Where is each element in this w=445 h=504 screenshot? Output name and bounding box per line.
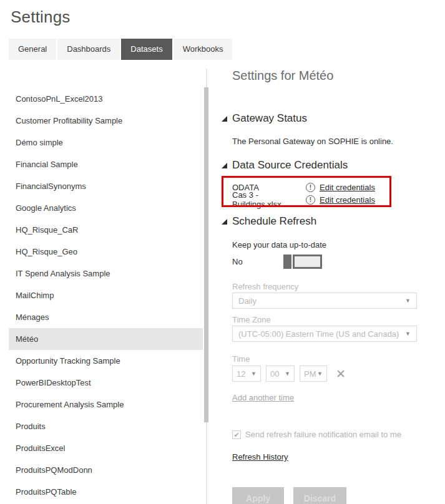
section-schedule-refresh[interactable]: Schedule Refresh (222, 215, 445, 228)
time-zone-dropdown[interactable]: (UTC-05:00) Eastern Time (US and Canada)… (232, 326, 417, 342)
warning-icon: ! (306, 195, 315, 205)
chevron-down-icon: ▼ (317, 371, 323, 377)
notify-checkbox[interactable]: ✔ (232, 430, 241, 439)
hour-dropdown[interactable]: 12 ▼ (232, 366, 261, 382)
dataset-item[interactable]: ProduitsExcel (9, 437, 203, 459)
dataset-item[interactable]: ProduitsPQModDonn (9, 459, 203, 481)
dataset-item[interactable]: MailChimp (9, 284, 203, 306)
refresh-frequency-label: Refresh frequency (232, 282, 445, 291)
collapse-triangle-icon (222, 116, 227, 122)
chevron-down-icon: ▼ (405, 331, 411, 337)
section-data-source-credentials[interactable]: Data Source Credentials (222, 159, 445, 172)
time-label: Time (232, 354, 445, 364)
settings-detail-panel: Settings for Météo Gateway Status The Pe… (220, 60, 445, 504)
dataset-item[interactable]: Produits (9, 415, 203, 437)
edit-credentials-link[interactable]: Edit credentials (320, 195, 375, 205)
tab-workbooks[interactable]: Workbooks (174, 39, 233, 60)
button-row: Apply Discard (232, 487, 445, 504)
edit-credentials-link[interactable]: Edit credentials (320, 183, 375, 192)
tab-general[interactable]: General (9, 39, 56, 60)
refresh-frequency-dropdown[interactable]: Daily ▼ (232, 293, 417, 309)
meridiem-dropdown[interactable]: PM ▼ (300, 366, 327, 382)
keep-data-toggle-row: No (232, 254, 445, 269)
credential-row: Cas 3 - Buildings.xlsx ! Edit credential… (232, 193, 419, 206)
meridiem-value: PM (304, 369, 316, 379)
dataset-item[interactable]: HQ_Risque_Geo (9, 241, 203, 263)
dataset-item[interactable]: Opportunity Tracking Sample (9, 350, 203, 372)
chevron-down-icon: ▼ (251, 371, 257, 377)
dataset-list: ContosoPnL_Excel2013 Customer Profitabil… (9, 88, 203, 503)
dataset-item[interactable]: PowerBIDesktopTest (9, 372, 203, 394)
time-zone-value: (UTC-05:00) Eastern Time (US and Canada) (238, 329, 399, 339)
discard-button[interactable]: Discard (293, 487, 346, 504)
page-title: Settings (11, 7, 71, 27)
add-another-time-link[interactable]: Add another time (232, 393, 294, 402)
section-gateway-status[interactable]: Gateway Status (222, 112, 445, 125)
time-zone-label: Time Zone (232, 315, 445, 324)
hour-value: 12 (237, 369, 245, 379)
chevron-down-icon: ▼ (405, 298, 411, 304)
panel-title: Settings for Météo (232, 69, 445, 83)
keep-data-up-to-date-label: Keep your data up-to-date (232, 240, 445, 250)
dataset-item[interactable]: Procurement Analysis Sample (9, 394, 203, 415)
keep-data-toggle[interactable] (283, 254, 322, 269)
notify-label: Send refresh failure notification email … (245, 430, 401, 439)
warning-icon: ! (306, 183, 315, 192)
minute-value: 00 (270, 369, 279, 379)
dataset-item[interactable]: ProduitsPQTable (9, 481, 203, 503)
scrollbar-thumb[interactable] (204, 87, 208, 422)
credentials-rows: ODATA ! Edit credentials Cas 3 - Buildin… (232, 181, 419, 206)
dataset-item[interactable]: FinancialSynonyms (9, 175, 203, 197)
tab-datasets[interactable]: Datasets (121, 39, 172, 60)
dataset-item[interactable]: Financial Sample (9, 153, 203, 175)
section-header-label: Schedule Refresh (232, 215, 316, 228)
tab-dashboards[interactable]: Dashboards (57, 39, 120, 60)
dataset-item[interactable]: Customer Profitability Sample (9, 110, 203, 132)
apply-button[interactable]: Apply (232, 487, 284, 504)
toggle-track (293, 254, 322, 269)
datasource-name: Cas 3 - Buildings.xlsx (232, 190, 306, 209)
refresh-history-link[interactable]: Refresh History (232, 452, 288, 462)
section-header-label: Data Source Credentials (232, 159, 348, 172)
notify-row: ✔ Send refresh failure notification emai… (232, 430, 445, 439)
section-header-label: Gateway Status (232, 112, 307, 125)
tab-bar: General Dashboards Datasets Workbooks (9, 39, 233, 60)
dataset-item[interactable]: Ménages (9, 306, 203, 328)
toggle-value-label: No (232, 257, 283, 266)
dataset-item-selected[interactable]: Météo (9, 328, 203, 350)
dataset-item[interactable]: Démo simple (9, 132, 203, 153)
collapse-triangle-icon (222, 163, 227, 168)
dataset-item[interactable]: IT Spend Analysis Sample (9, 263, 203, 284)
dataset-item[interactable]: ContosoPnL_Excel2013 (9, 88, 203, 110)
chevron-down-icon: ▼ (285, 371, 290, 377)
collapse-triangle-icon (222, 219, 227, 225)
toggle-handle[interactable] (283, 254, 291, 269)
gateway-status-text: The Personal Gateway on SOPHIE is online… (232, 137, 445, 146)
dataset-item[interactable]: Google Analytics (9, 197, 203, 219)
remove-time-icon[interactable]: ✕ (336, 368, 346, 380)
time-row: 12 ▼ 00 ▼ PM ▼ ✕ (232, 366, 445, 382)
refresh-frequency-value: Daily (238, 296, 257, 306)
dataset-item[interactable]: HQ_Risque_CaR (9, 219, 203, 241)
dataset-list-panel: ContosoPnL_Excel2013 Customer Profitabil… (0, 60, 220, 504)
minute-dropdown[interactable]: 00 ▼ (266, 366, 295, 382)
settings-screen: Settings General Dashboards Datasets Wor… (0, 0, 445, 504)
